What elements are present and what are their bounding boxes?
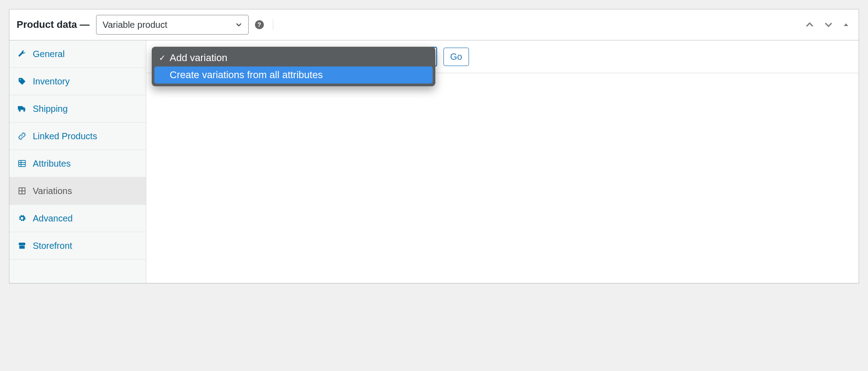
wrench-icon [18,50,26,58]
grid-icon [18,187,26,195]
tab-storefront[interactable]: Storefront [9,232,146,260]
tab-label: General [33,49,65,59]
truck-icon [18,105,26,113]
toggle-panel-button[interactable] [841,19,851,30]
tab-label: Shipping [33,103,68,114]
panel-header: Product data — Variable product ? [9,9,859,40]
tab-attributes[interactable]: Attributes [9,150,146,177]
product-data-tabs: General Inventory Shipping Linked Produc… [9,40,146,283]
tab-variations[interactable]: Variations [9,177,146,205]
dropdown-option-label: Add variation [170,52,227,64]
help-icon[interactable]: ? [255,20,264,29]
list-icon [18,159,26,168]
chevron-up-icon [805,20,815,30]
divider [273,19,273,30]
tab-label: Advanced [33,213,73,224]
svg-rect-0 [19,160,26,167]
product-data-panel: Product data — Variable product ? [9,9,859,283]
panel-title: Product data — [17,19,90,31]
go-button[interactable]: Go [443,48,469,66]
tab-advanced[interactable]: Advanced [9,205,146,232]
variations-content: Go ✓ Add variation Create variations fro… [146,40,859,283]
tab-label: Linked Products [33,131,97,141]
triangle-up-icon [842,21,850,28]
check-icon: ✓ [158,53,166,63]
variation-action-dropdown: ✓ Add variation Create variations from a… [152,47,435,86]
product-type-select-wrap: Variable product [96,15,249,35]
store-icon [18,242,26,250]
gear-icon [18,214,26,222]
link-icon [18,132,26,140]
panel-header-controls [803,18,851,31]
dropdown-option-add-variation[interactable]: ✓ Add variation [154,49,433,66]
tab-linked-products[interactable]: Linked Products [9,123,146,150]
tab-label: Variations [33,186,72,196]
tab-shipping[interactable]: Shipping [9,95,146,123]
move-down-button[interactable] [822,18,835,31]
tab-general[interactable]: General [9,40,146,68]
chevron-down-icon [824,20,833,30]
tab-inventory[interactable]: Inventory [9,68,146,95]
dropdown-option-create-from-attributes[interactable]: Create variations from all attributes [154,66,433,84]
move-up-button[interactable] [803,18,816,31]
tab-label: Attributes [33,158,70,169]
tab-label: Storefront [33,240,72,251]
tab-label: Inventory [33,76,70,87]
dropdown-option-label: Create variations from all attributes [170,69,323,81]
panel-body: General Inventory Shipping Linked Produc… [9,40,859,283]
tag-icon [18,77,26,85]
product-type-select[interactable]: Variable product [96,15,249,35]
